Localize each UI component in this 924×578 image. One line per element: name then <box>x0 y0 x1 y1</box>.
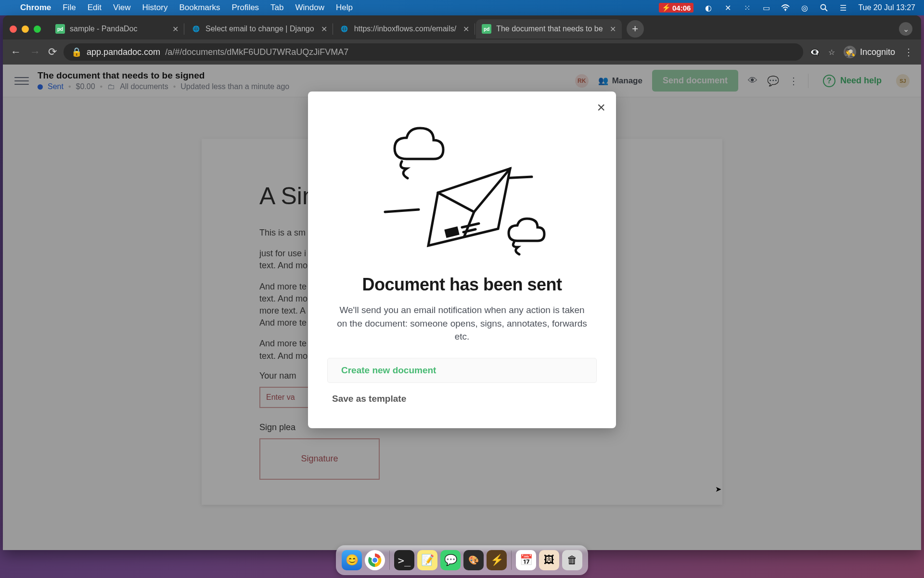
reload-button[interactable]: ⟳ <box>48 46 57 58</box>
svg-point-0 <box>785 10 786 11</box>
control-center-icon[interactable]: ☰ <box>839 3 847 12</box>
tab-close-icon[interactable]: ✕ <box>172 25 179 34</box>
macos-dock: 😊 >_ 📝 💬 🎨 ⚡ 📅 🖼 🗑 <box>336 545 588 575</box>
favicon-pandadoc-icon: pd <box>55 24 65 34</box>
envelope-illustration <box>327 116 597 260</box>
menu-window[interactable]: Window <box>295 3 324 13</box>
tool-icon[interactable]: ✕ <box>723 3 732 12</box>
menubar-menu-items: File Edit View History Bookmarks Profile… <box>63 3 353 13</box>
url-host: app.pandadoc.com <box>87 47 160 57</box>
incognito-label: Incognito <box>860 47 895 57</box>
chrome-window: pd sample - PandaDoc ✕ 🌐 Select email to… <box>3 15 921 550</box>
create-new-document-button[interactable]: Create new document <box>327 358 597 383</box>
address-bar-right: 👁‍🗨 ☆ 🕵 Incognito ⋮ <box>810 46 914 58</box>
svg-line-2 <box>825 9 828 12</box>
tab-close-icon[interactable]: ✕ <box>463 25 469 34</box>
forward-button[interactable]: → <box>29 46 41 58</box>
dock-finder-icon[interactable]: 😊 <box>342 550 362 570</box>
tab-title: Select email to change | Django <box>205 25 314 33</box>
favicon-globe-icon: 🌐 <box>191 24 201 34</box>
incognito-indicator[interactable]: 🕵 Incognito <box>844 46 895 58</box>
browser-tab-1[interactable]: 🌐 Select email to change | Django ✕ <box>185 19 333 39</box>
dock-preview-icon[interactable]: 🖼 <box>539 550 559 570</box>
svg-point-1 <box>821 5 826 10</box>
battery-time: 04:06 <box>672 4 691 12</box>
chrome-address-bar: ← → ⟳ 🔒 app.pandadoc.com/a/#/documents/d… <box>3 39 921 65</box>
quick-action-icon[interactable]: ◐ <box>704 3 713 12</box>
back-button[interactable]: ← <box>10 46 22 58</box>
save-as-template-button[interactable]: Save as template <box>327 389 597 409</box>
macos-menubar: Chrome File Edit View History Bookmarks … <box>0 0 924 15</box>
document-sent-modal: × <box>308 92 616 428</box>
chrome-tab-strip: pd sample - PandaDoc ✕ 🌐 Select email to… <box>3 15 921 39</box>
menubar-app-name[interactable]: Chrome <box>20 3 51 13</box>
window-traffic-lights <box>10 26 41 33</box>
charging-icon[interactable]: ▭ <box>762 3 770 12</box>
browser-tab-0[interactable]: pd sample - PandaDoc ✕ <box>50 19 184 39</box>
url-field[interactable]: 🔒 app.pandadoc.com/a/#/documents/dMkF6UD… <box>64 43 803 61</box>
dock-separator <box>389 551 390 570</box>
dock-figma-icon[interactable]: 🎨 <box>463 550 484 570</box>
modal-title: Document has been sent <box>327 275 597 295</box>
tab-close-icon[interactable]: ✕ <box>321 25 327 34</box>
dock-app-icon[interactable]: ⚡ <box>487 550 507 570</box>
wifi-icon[interactable] <box>781 3 790 12</box>
menu-view[interactable]: View <box>113 3 131 13</box>
focus-icon[interactable]: ◎ <box>800 3 809 12</box>
new-tab-button[interactable]: + <box>627 20 644 38</box>
svg-marker-5 <box>428 169 510 246</box>
tab-title: The document that needs to be <box>496 25 603 33</box>
menubar-right: ⚡04:06 ◐ ✕ ⁙ ▭ ◎ ☰ Tue 20 Jul 13:27 <box>659 3 915 13</box>
browser-tab-3[interactable]: pd The document that needs to be ✕ <box>476 19 621 39</box>
display-icon[interactable]: ⁙ <box>743 3 751 12</box>
favicon-pandadoc-icon: pd <box>482 24 491 34</box>
menu-tab[interactable]: Tab <box>270 3 283 13</box>
menu-profiles[interactable]: Profiles <box>231 3 259 13</box>
dock-separator <box>511 551 512 570</box>
tab-strip-right: ⌄ <box>899 22 912 36</box>
menu-history[interactable]: History <box>142 3 167 13</box>
window-close-button[interactable] <box>10 26 17 33</box>
bookmark-star-icon[interactable]: ☆ <box>828 48 835 57</box>
cursor-icon: ➤ <box>715 485 721 494</box>
dock-trash-icon[interactable]: 🗑 <box>562 550 582 570</box>
app-viewport: The document that needs to be signed Sen… <box>3 65 921 550</box>
menu-edit[interactable]: Edit <box>88 3 102 13</box>
tab-title: https://inboxflows.com/emails/ <box>354 25 457 33</box>
incognito-icon: 🕵 <box>844 46 856 58</box>
modal-overlay[interactable]: × <box>3 65 921 550</box>
tab-close-icon[interactable]: ✕ <box>610 25 616 34</box>
battery-indicator[interactable]: ⚡04:06 <box>659 3 693 13</box>
spotlight-icon[interactable] <box>820 3 828 12</box>
menu-file[interactable]: File <box>63 3 76 13</box>
favicon-globe-icon: 🌐 <box>340 24 349 34</box>
dock-chrome-icon[interactable] <box>365 550 385 570</box>
menubar-datetime[interactable]: Tue 20 Jul 13:27 <box>858 3 915 12</box>
dock-notes-icon[interactable]: 📝 <box>417 550 437 570</box>
dock-calendar-icon[interactable]: 📅 <box>516 550 536 570</box>
tab-overflow-icon[interactable]: ⌄ <box>899 22 912 36</box>
menu-help[interactable]: Help <box>336 3 353 13</box>
chrome-menu-button[interactable]: ⋮ <box>904 46 914 58</box>
menu-bookmarks[interactable]: Bookmarks <box>179 3 220 13</box>
dock-whatsapp-icon[interactable]: 💬 <box>440 550 461 570</box>
svg-point-11 <box>372 557 378 563</box>
lock-icon: 🔒 <box>71 47 82 57</box>
eye-off-icon[interactable]: 👁‍🗨 <box>810 48 820 57</box>
svg-line-3 <box>385 210 419 212</box>
dock-terminal-icon[interactable]: >_ <box>394 550 414 570</box>
url-path: /a/#/documents/dMkF6UDU7WRaUQzJiFVMA7 <box>165 47 348 57</box>
tab-title: sample - PandaDoc <box>70 25 166 33</box>
browser-tab-2[interactable]: 🌐 https://inboxflows.com/emails/ ✕ <box>334 19 475 39</box>
modal-close-button[interactable]: × <box>597 100 605 115</box>
window-minimize-button[interactable] <box>22 26 29 33</box>
window-maximize-button[interactable] <box>34 26 41 33</box>
modal-description: We'll send you an email notification whe… <box>327 303 597 343</box>
